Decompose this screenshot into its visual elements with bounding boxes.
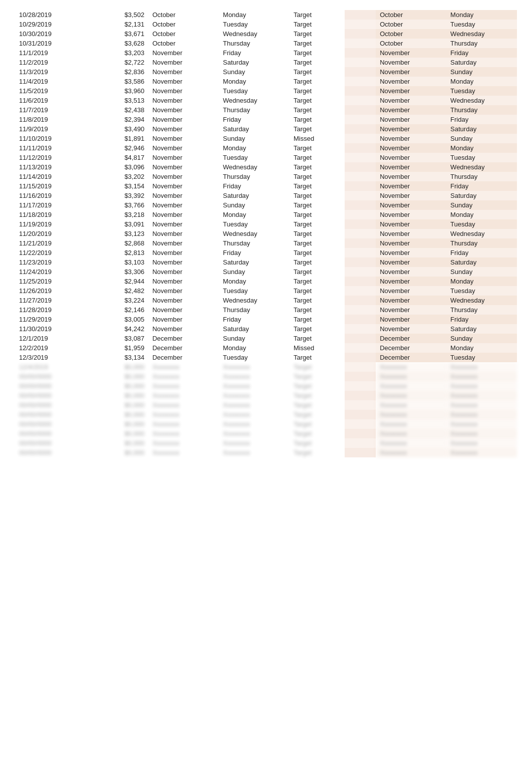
table-row: 11/30/2019$4,242NovemberSaturdayTargetNo… xyxy=(15,324,517,334)
cell: October xyxy=(148,29,219,39)
status-cell: Target xyxy=(290,400,345,410)
cell-orange: Wednesday xyxy=(446,229,517,238)
cell: $2,482 xyxy=(94,286,149,296)
cell: $2,813 xyxy=(94,248,149,257)
cell-orange: Friday xyxy=(446,115,517,124)
cell-orange: November xyxy=(376,181,446,191)
cell: $0,000 xyxy=(94,438,149,448)
table-row: 00/00/0000$0,000XxxxxxxxXxxxxxxxTargetXx… xyxy=(15,400,517,410)
status-cell: Target xyxy=(290,10,345,20)
spacer xyxy=(345,343,376,353)
cell-orange: Xxxxxxxx xyxy=(446,362,517,372)
table-row: 12/1/2019$3,087DecemberSundayTargetDecem… xyxy=(15,334,517,343)
cell: Saturday xyxy=(219,324,290,334)
cell-orange: Friday xyxy=(446,315,517,324)
table-row: 11/1/2019$3,203NovemberFridayTargetNovem… xyxy=(15,48,517,58)
spacer xyxy=(345,277,376,286)
cell: $2,868 xyxy=(94,238,149,248)
table-row: 12/2/2019$1,959DecemberMondayMissedDecem… xyxy=(15,343,517,353)
cell: $3,091 xyxy=(94,219,149,229)
cell: $0,000 xyxy=(94,448,149,457)
cell: $4,817 xyxy=(94,153,149,162)
cell: $0,000 xyxy=(94,419,149,429)
cell: $3,096 xyxy=(94,162,149,172)
cell-orange: Wednesday xyxy=(446,296,517,305)
status-cell: Target xyxy=(290,20,345,29)
spacer xyxy=(345,105,376,115)
cell: 11/27/2019 xyxy=(15,296,94,305)
cell: November xyxy=(148,172,219,181)
table-row: 00/00/0000$0,000XxxxxxxxXxxxxxxxTargetXx… xyxy=(15,372,517,381)
cell: 12/3/2019 xyxy=(15,353,94,362)
cell: 11/12/2019 xyxy=(15,153,94,162)
status-cell: Target xyxy=(290,181,345,191)
cell: Saturday xyxy=(219,58,290,67)
cell-orange: November xyxy=(376,296,446,305)
cell: Xxxxxxxx xyxy=(219,419,290,429)
data-table: 10/28/2019$3,502OctoberMondayTargetOctob… xyxy=(15,10,517,457)
cell-orange: Thursday xyxy=(446,305,517,315)
cell-orange: Sunday xyxy=(446,334,517,343)
spacer xyxy=(345,96,376,105)
cell: $3,103 xyxy=(94,257,149,267)
cell: Xxxxxxxx xyxy=(219,362,290,372)
status-cell: Target xyxy=(290,191,345,200)
cell: Wednesday xyxy=(219,29,290,39)
spacer xyxy=(345,267,376,277)
table-row: 11/26/2019$2,482NovemberTuesdayTargetNov… xyxy=(15,286,517,296)
cell: 00/00/0000 xyxy=(15,410,94,419)
cell: Xxxxxxxx xyxy=(219,391,290,400)
status-cell: Target xyxy=(290,172,345,181)
cell-orange: Xxxxxxxx xyxy=(446,429,517,438)
table-row: 11/10/2019$1,891NovemberSundayMissedNove… xyxy=(15,134,517,143)
cell-orange: November xyxy=(376,305,446,315)
cell: $4,242 xyxy=(94,324,149,334)
status-cell: Target xyxy=(290,286,345,296)
cell-orange: Xxxxxxxx xyxy=(376,362,446,372)
cell: Xxxxxxxx xyxy=(148,429,219,438)
table-row: 11/6/2019$3,513NovemberWednesdayTargetNo… xyxy=(15,96,517,105)
cell: Tuesday xyxy=(219,219,290,229)
cell: Friday xyxy=(219,181,290,191)
cell: 11/11/2019 xyxy=(15,143,94,153)
cell-orange: October xyxy=(376,29,446,39)
cell-orange: November xyxy=(376,105,446,115)
cell: November xyxy=(148,248,219,257)
cell: Xxxxxxxx xyxy=(219,448,290,457)
cell-orange: November xyxy=(376,96,446,105)
cell: 11/9/2019 xyxy=(15,124,94,134)
cell: $0,000 xyxy=(94,381,149,391)
cell: Tuesday xyxy=(219,20,290,29)
spacer xyxy=(345,200,376,210)
cell-orange: Xxxxxxxx xyxy=(446,419,517,429)
cell: $3,513 xyxy=(94,96,149,105)
cell: November xyxy=(148,134,219,143)
table-row: 11/15/2019$3,154NovemberFridayTargetNove… xyxy=(15,181,517,191)
spacer xyxy=(345,324,376,334)
cell: $0,000 xyxy=(94,391,149,400)
cell: $3,154 xyxy=(94,181,149,191)
cell-orange: Tuesday xyxy=(446,153,517,162)
spacer xyxy=(345,210,376,219)
status-cell: Target xyxy=(290,448,345,457)
cell-orange: Saturday xyxy=(446,124,517,134)
table-row: 11/2/2019$2,722NovemberSaturdayTargetNov… xyxy=(15,58,517,67)
cell: Sunday xyxy=(219,67,290,77)
cell: November xyxy=(148,200,219,210)
cell-orange: Friday xyxy=(446,181,517,191)
cell: 11/13/2019 xyxy=(15,162,94,172)
table-row: 10/28/2019$3,502OctoberMondayTargetOctob… xyxy=(15,10,517,20)
cell: $3,005 xyxy=(94,315,149,324)
table-row: 11/20/2019$3,123NovemberWednesdayTargetN… xyxy=(15,229,517,238)
cell-orange: November xyxy=(376,162,446,172)
cell: Sunday xyxy=(219,134,290,143)
cell: Thursday xyxy=(219,172,290,181)
cell-orange: Wednesday xyxy=(446,96,517,105)
spacer xyxy=(345,257,376,267)
cell-orange: Xxxxxxxx xyxy=(376,381,446,391)
spacer xyxy=(345,362,376,372)
cell: December xyxy=(148,353,219,362)
status-cell: Target xyxy=(290,58,345,67)
cell: Xxxxxxxx xyxy=(148,438,219,448)
status-cell: Target xyxy=(290,277,345,286)
